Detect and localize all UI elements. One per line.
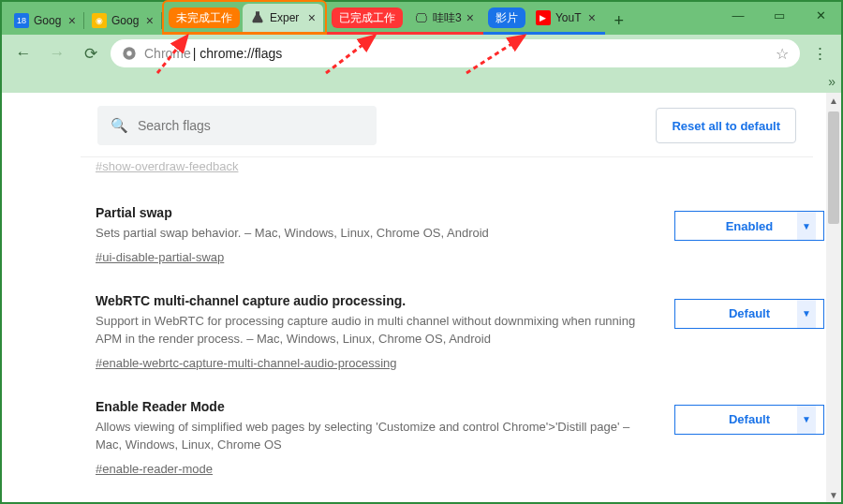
flag-description: Sets partial swap behavior. – Mac, Windo… <box>96 224 656 243</box>
close-tab-icon[interactable]: × <box>308 11 316 24</box>
flag-description: Allows viewing of simplified web pages b… <box>96 418 656 454</box>
reload-button[interactable]: ⟳ <box>77 39 105 67</box>
tab-group-unfinished[interactable]: 未完成工作 Exper × <box>162 0 327 35</box>
flag-item: Partial swap Sets partial swap behavior.… <box>96 205 824 265</box>
lightbulb-icon: ◉ <box>92 13 107 28</box>
tab-youtube[interactable]: ▶ YouT × <box>528 4 603 32</box>
flag-dropdown-value: Default <box>729 412 770 426</box>
flag-dropdown[interactable]: Default ▼ <box>674 299 824 329</box>
tab-label: Goog <box>111 14 141 27</box>
scroll-up-icon[interactable]: ▲ <box>826 93 841 108</box>
url-path: | chrome://flags <box>193 46 282 61</box>
flags-header: 🔍 Search flags Reset all to default <box>81 93 813 157</box>
search-placeholder: Search flags <box>138 118 211 133</box>
monitor-icon: 🖵 <box>413 10 428 25</box>
tabstrip: 18 Goog × ◉ Goog × 未完成工作 Exper × <box>2 2 633 35</box>
titlebar: — ▭ ✕ 18 Goog × ◉ Goog × 未完成工作 Ex <box>2 2 841 35</box>
search-input[interactable]: 🔍 Search flags <box>97 106 377 145</box>
flag-dropdown[interactable]: Default ▼ <box>674 405 824 435</box>
flag-anchor-link[interactable]: #show-overdraw-feedback <box>96 159 238 173</box>
scrollbar-thumb[interactable] <box>828 111 839 224</box>
tab-label: YouT <box>555 11 584 24</box>
flag-title: WebRTC multi-channel capture audio proce… <box>96 293 656 308</box>
calendar-icon: 18 <box>14 13 29 28</box>
close-tab-icon[interactable]: × <box>588 11 596 24</box>
chevron-down-icon: ▼ <box>797 406 816 434</box>
flag-title: Partial swap <box>96 205 656 220</box>
tab-experiments[interactable]: Exper × <box>243 4 323 32</box>
flask-icon <box>250 10 265 25</box>
search-icon: 🔍 <box>111 117 128 134</box>
new-tab-button[interactable]: + <box>605 7 633 35</box>
tab-label: 哇哇3 <box>433 10 462 26</box>
address-bar[interactable]: Chrome | chrome://flags ☆ <box>111 39 800 67</box>
tab-label: Exper <box>270 11 303 24</box>
back-button[interactable]: ← <box>9 39 37 67</box>
flag-anchor-link[interactable]: #enable-webrtc-capture-multi-channel-aud… <box>96 356 397 370</box>
flag-item: Enable Reader Mode Allows viewing of sim… <box>96 399 824 477</box>
flag-dropdown-value: Default <box>729 306 770 320</box>
tab-group-finished[interactable]: 已完成工作 🖵 哇哇3 × <box>327 2 483 35</box>
close-tab-icon[interactable]: × <box>68 14 76 27</box>
flag-item: WebRTC multi-channel capture audio proce… <box>96 293 824 371</box>
window-controls: — ▭ ✕ <box>717 2 841 28</box>
flag-title: Enable Reader Mode <box>96 399 656 414</box>
scroll-down-icon[interactable]: ▼ <box>826 487 841 502</box>
bookmark-bar: » <box>2 72 841 93</box>
tab-group-video[interactable]: 影片 ▶ YouT × <box>483 2 605 35</box>
flag-description: Support in WebRTC for processing capture… <box>96 312 656 348</box>
chevron-down-icon: ▼ <box>797 212 816 240</box>
tab-group-pill[interactable]: 未完成工作 <box>169 7 240 28</box>
bookmark-star-icon[interactable]: ☆ <box>776 45 789 63</box>
close-tab-icon[interactable]: × <box>466 11 474 24</box>
close-button[interactable]: ✕ <box>800 2 841 28</box>
tab-group-pill[interactable]: 已完成工作 <box>332 7 403 28</box>
toolbar: ← → ⟳ Chrome | chrome://flags ☆ ⋮ <box>2 35 841 72</box>
svg-point-1 <box>126 51 131 55</box>
chrome-icon <box>122 46 137 61</box>
flag-anchor-link[interactable]: #ui-disable-partial-swap <box>96 250 224 264</box>
menu-button[interactable]: ⋮ <box>806 39 834 67</box>
forward-button[interactable]: → <box>43 39 71 67</box>
chevron-down-icon: ▼ <box>797 300 816 328</box>
flag-anchor-link[interactable]: #enable-reader-mode <box>96 462 213 476</box>
maximize-button[interactable]: ▭ <box>759 2 800 28</box>
tab-label: Goog <box>34 14 64 27</box>
close-tab-icon[interactable]: × <box>146 14 154 27</box>
flag-dropdown[interactable]: Enabled ▼ <box>674 211 824 241</box>
youtube-icon: ▶ <box>536 10 551 25</box>
flag-dropdown-value: Enabled <box>726 219 774 233</box>
minimize-button[interactable]: — <box>717 2 759 28</box>
tab-google-1[interactable]: 18 Goog × <box>7 7 83 35</box>
tab-group-pill[interactable]: 影片 <box>488 7 525 28</box>
reset-all-button[interactable]: Reset all to default <box>656 108 796 143</box>
page-content: 🔍 Search flags Reset all to default #sho… <box>2 93 841 502</box>
bookmark-overflow-icon[interactable]: » <box>828 74 836 89</box>
flags-list: #show-overdraw-feedback Partial swap Set… <box>2 157 841 502</box>
tab-wawa[interactable]: 🖵 哇哇3 × <box>406 4 481 32</box>
url-scheme: Chrome <box>144 46 191 61</box>
tab-google-2[interactable]: ◉ Goog × <box>84 7 161 35</box>
vertical-scrollbar[interactable]: ▲ ▼ <box>826 93 841 502</box>
